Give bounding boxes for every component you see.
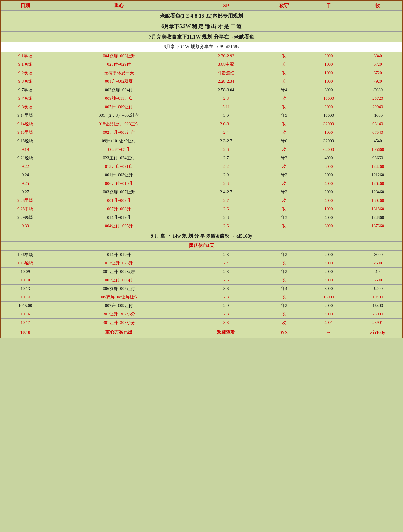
table-row: 9.27003双屏+007让升2.4-2.7守22000123460 bbox=[1, 188, 402, 196]
cell-sp: 2.6 bbox=[188, 222, 264, 230]
cell-sp: 2.4-2.7 bbox=[188, 188, 264, 196]
cell-sp: 3.6 bbox=[188, 285, 264, 293]
cell-earn: 131860 bbox=[353, 205, 402, 213]
table-row: 9.24001升+003让升2.9守22000121260 bbox=[1, 171, 402, 179]
cell-atkdef: 守4 bbox=[264, 86, 304, 94]
banner-text-2: 7月完美收官拿下11.1W 规划 分享在→老默看鱼 bbox=[1, 32, 402, 42]
cell-atkdef: 攻 bbox=[264, 293, 304, 302]
cell-center: 006双屏+007让付 bbox=[50, 285, 188, 293]
cell-dry: 2000 bbox=[304, 171, 353, 179]
cell-date: 9.24 bbox=[1, 171, 50, 179]
cell-center: 006让付+010升 bbox=[50, 179, 188, 188]
cell-date: 9.22 bbox=[1, 162, 50, 171]
cell-sp: 2.4 bbox=[188, 128, 264, 137]
cell-atkdef: 守2 bbox=[264, 188, 304, 196]
table-row: 10.17301让升+303小分3.8攻400123901 bbox=[1, 319, 402, 327]
cell-atkdef: 攻 bbox=[264, 145, 304, 154]
cell-date: 9.8晚场 bbox=[1, 103, 50, 111]
last-cell-date: 10.18 bbox=[1, 327, 50, 338]
header-sp: SP bbox=[188, 1, 264, 11]
cell-center: 301让升+302小分 bbox=[50, 310, 188, 319]
cell-center: 无赛事休息一天 bbox=[50, 69, 188, 77]
cell-sp: 2.8 bbox=[188, 213, 264, 222]
banner-row-0: 老默看鱼(1-2-4-8-16-32)内部专用规划 bbox=[1, 10, 402, 21]
last-cell-atkdef: WX bbox=[264, 327, 304, 338]
cell-date: 9.27 bbox=[1, 188, 50, 196]
header-atkdef: 攻守 bbox=[264, 1, 304, 11]
cell-earn: 23901 bbox=[353, 319, 402, 327]
banner-white-row: 8月拿下6.1W 规划分享在 → ❤ ai5168y bbox=[1, 42, 402, 52]
cell-center: 09升+101让平让付 bbox=[50, 137, 188, 145]
main-container: 日期 重心 SP 攻守 干 收 老默看鱼(1-2-4-8-16-32)内部专用规… bbox=[0, 0, 403, 338]
cell-earn: 29940 bbox=[353, 103, 402, 111]
cell-date: 10.09 bbox=[1, 268, 50, 276]
cell-date: 10.14 bbox=[1, 293, 50, 302]
cell-earn: 66140 bbox=[353, 120, 402, 128]
table-row: 9.8晚场007升+009让付3.11攻200029940 bbox=[1, 103, 402, 111]
cell-date: 9.7晚场 bbox=[1, 94, 50, 103]
cell-atkdef: 攻 bbox=[264, 259, 304, 268]
cell-sp: 3.8 bbox=[188, 319, 264, 327]
cell-sp: 2.9 bbox=[188, 171, 264, 179]
cell-sp: 2.4 bbox=[188, 259, 264, 268]
cell-atkdef: 攻 bbox=[264, 276, 304, 285]
cell-sp: 2.9 bbox=[188, 302, 264, 310]
cell-earn: 6720 bbox=[353, 60, 402, 69]
cell-sp: 冲击连红 bbox=[188, 69, 264, 77]
cell-atkdef: 守2 bbox=[264, 250, 304, 259]
cell-sp: 2.7 bbox=[188, 154, 264, 162]
cell-earn: 98660 bbox=[353, 154, 402, 162]
cell-date: 9.25 bbox=[1, 179, 50, 188]
cell-earn: -9400 bbox=[353, 285, 402, 293]
cell-center: 001升+002升 bbox=[50, 196, 188, 205]
table-row: 9.29晚场014升+019升2.8守34000124860 bbox=[1, 213, 402, 222]
cell-earn: 7920 bbox=[353, 77, 402, 86]
cell-earn: 105660 bbox=[353, 145, 402, 154]
cell-earn: 5600 bbox=[353, 276, 402, 285]
cell-sp: 2.8 bbox=[188, 94, 264, 103]
cell-center: 005双屏+08让屏让付 bbox=[50, 293, 188, 302]
cell-dry: 1000 bbox=[304, 69, 353, 77]
cell-center: 301让升+303小分 bbox=[50, 319, 188, 327]
table-row: 9.7晚场009胜+011让负2.8攻1600026720 bbox=[1, 94, 402, 103]
cell-dry: 4001 bbox=[304, 319, 353, 327]
sep-row: 9 月 拿 下 14w 规 划 分 享 ※微❀信※ → ai5168y bbox=[1, 230, 402, 242]
cell-dry: 1000 bbox=[304, 205, 353, 213]
cell-date: 9.15早场 bbox=[1, 128, 50, 137]
cell-date: 10.13 bbox=[1, 285, 50, 293]
cell-center: 002双屏+004付 bbox=[50, 86, 188, 94]
holiday-row: 国庆休市4天 bbox=[1, 242, 402, 251]
cell-date: 9.1早场 bbox=[1, 52, 50, 60]
table-row: 9.3晚场001升+002双屏2.28-2.34攻10007920 bbox=[1, 77, 402, 86]
cell-center: 014升+019升 bbox=[50, 250, 188, 259]
cell-sp: 2.8 bbox=[188, 310, 264, 319]
cell-date: 9.19 bbox=[1, 145, 50, 154]
cell-center: 001（2，3）+002让付 bbox=[50, 111, 188, 120]
last-cell-center: 重心方案已出 bbox=[50, 327, 188, 338]
cell-center: 014升+019升 bbox=[50, 213, 188, 222]
cell-atkdef: 攻 bbox=[264, 69, 304, 77]
cell-dry: 4000 bbox=[304, 276, 353, 285]
table-row: 9.21晚场023主付+024主付2.7守3400098660 bbox=[1, 154, 402, 162]
table-row: 9.7早场002双屏+004付2.58-3.04守48000-2080 bbox=[1, 86, 402, 94]
table-row: 9.30004让付+005升2.6攻8000137660 bbox=[1, 222, 402, 230]
cell-dry: 16000 bbox=[304, 94, 353, 103]
cell-sp: 2.3 bbox=[188, 179, 264, 188]
cell-date: 10.6早场 bbox=[1, 250, 50, 259]
table-row: 9.22015让负+021负4.2攻8000124260 bbox=[1, 162, 402, 171]
cell-dry: 32000 bbox=[304, 137, 353, 145]
header-earn: 收 bbox=[353, 1, 402, 11]
cell-dry: 4000 bbox=[304, 213, 353, 222]
cell-atkdef: 攻 bbox=[264, 94, 304, 103]
cell-dry: 4000 bbox=[304, 259, 353, 268]
table-row: 10.16301让升+302小分2.8攻400023900 bbox=[1, 310, 402, 319]
table-row: 9.14早场001（2，3）+002让付3.0守516000-1060 bbox=[1, 111, 402, 120]
cell-atkdef: 守3 bbox=[264, 154, 304, 162]
cell-center: 018让品让付+023主付 bbox=[50, 120, 188, 128]
cell-dry: 2000 bbox=[304, 250, 353, 259]
banner-text-0: 老默看鱼(1-2-4-8-16-32)内部专用规划 bbox=[1, 10, 402, 21]
holiday-text: 国庆休市4天 bbox=[1, 242, 402, 251]
cell-atkdef: 攻 bbox=[264, 179, 304, 188]
cell-dry: 2000 bbox=[304, 268, 353, 276]
cell-dry: 8000 bbox=[304, 222, 353, 230]
